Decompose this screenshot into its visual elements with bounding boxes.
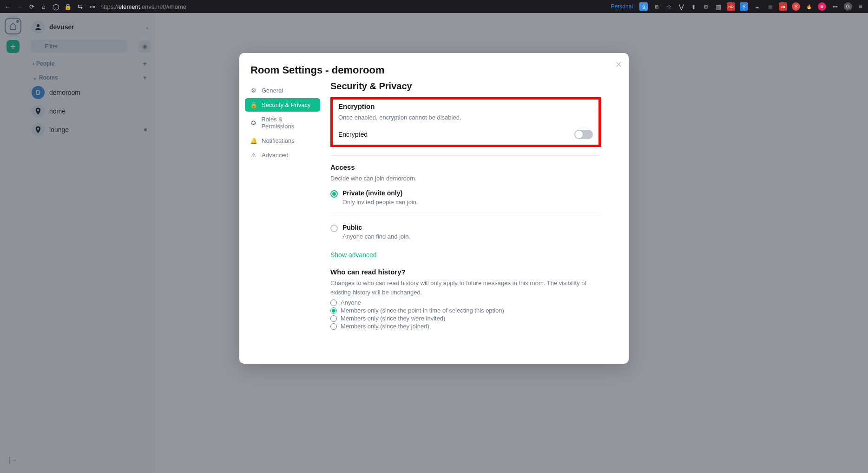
radio-icon — [330, 225, 338, 232]
nav-general[interactable]: ⚙ General — [245, 84, 320, 97]
settings-url-icon[interactable]: ⇆ — [76, 3, 84, 10]
ext-gray-icon[interactable]: G — [844, 2, 852, 11]
back-icon[interactable]: ← — [4, 3, 11, 10]
encryption-title: Encryption — [338, 102, 593, 110]
gear-icon: ⚙ — [250, 87, 257, 94]
ext-dim-icon[interactable]: ▦ — [766, 2, 774, 11]
nav-advanced[interactable]: ⚠ Advanced — [245, 148, 320, 162]
url-domain: element — [118, 3, 140, 10]
access-option-private[interactable]: Private (invite only) Only invited peopl… — [330, 188, 601, 211]
dialog-overlay[interactable]: ✕ Room Settings - demoroom ⚙ General 🔒 S… — [0, 13, 868, 473]
radio-icon — [330, 300, 337, 306]
nav-roles[interactable]: ✪ Roles & Permissions — [245, 113, 320, 133]
ext-icon-2[interactable]: ⊞ — [702, 2, 710, 11]
encryption-highlight: Encryption Once enabled, encryption cann… — [330, 97, 601, 147]
history-title: Who can read history? — [330, 268, 601, 276]
forward-icon[interactable]: → — [16, 3, 23, 10]
radio-label: Public — [342, 224, 410, 231]
encryption-desc: Once enabled, encryption cannot be disab… — [338, 113, 593, 122]
nav-label: General — [262, 87, 283, 94]
lock-icon: 🔒 — [64, 3, 72, 10]
encryption-toggle-label: Encrypted — [338, 131, 368, 138]
room-settings-dialog: ✕ Room Settings - demoroom ⚙ General 🔒 S… — [239, 53, 629, 364]
nav-label: Roles & Permissions — [261, 116, 315, 130]
radio-desc: Only invited people can join. — [342, 199, 418, 206]
encryption-toggle[interactable] — [574, 130, 593, 139]
ext-ub-icon[interactable]: uʙ — [779, 2, 787, 11]
ext-icon-grid[interactable]: ⊞ — [652, 2, 661, 11]
key-icon[interactable]: ⊶ — [88, 3, 96, 10]
radio-icon — [330, 307, 337, 314]
history-desc: Changes to who can read history will onl… — [330, 279, 601, 297]
divider — [330, 155, 601, 156]
ext-hd-icon[interactable]: HD — [727, 2, 735, 11]
radio-icon — [330, 315, 337, 322]
ext-fire-icon[interactable]: 🔥 — [805, 2, 813, 11]
dialog-title: Room Settings - demoroom — [239, 53, 629, 81]
access-option-public[interactable]: Public Anyone can find and join. — [330, 223, 601, 246]
container-label[interactable]: Personal — [611, 3, 633, 10]
pocket-icon[interactable]: ⋁ — [677, 3, 685, 10]
radio-desc: Anyone can find and join. — [342, 233, 410, 240]
lock-icon: 🔒 — [250, 101, 257, 108]
nav-security[interactable]: 🔒 Security & Privacy — [245, 98, 320, 112]
settings-nav: ⚙ General 🔒 Security & Privacy ✪ Roles &… — [239, 81, 326, 364]
reader-icon[interactable]: ▥ — [715, 3, 722, 10]
ext-red-s-icon[interactable]: S — [792, 2, 800, 11]
settings-content: Security & Privacy Encryption Once enabl… — [326, 81, 629, 364]
show-advanced-link[interactable]: Show advanced — [330, 251, 601, 259]
content-heading: Security & Privacy — [330, 81, 601, 92]
ext-cloud-icon[interactable]: ☁ — [753, 2, 761, 11]
ext-glasses-icon[interactable]: 👓 — [831, 2, 839, 11]
warning-icon: ⚠ — [250, 152, 257, 159]
radio-label: Members only (since the point in time of… — [341, 307, 504, 314]
url-bar[interactable]: https://element.envs.net/#/home — [100, 3, 186, 10]
nav-label: Security & Privacy — [262, 101, 310, 108]
home-icon[interactable]: ⌂ — [40, 3, 47, 10]
history-option-members-since-invited[interactable]: Members only (since they were invited) — [330, 314, 601, 322]
history-option-members-since-selection[interactable]: Members only (since the point in time of… — [330, 306, 601, 314]
bell-icon: 🔔 — [250, 137, 257, 144]
history-option-anyone[interactable]: Anyone — [330, 299, 601, 306]
radio-label: Private (invite only) — [342, 189, 418, 197]
url-suffix: .envs.net/#/home — [140, 3, 186, 10]
badge-icon: ✪ — [250, 120, 256, 127]
radio-label: Members only (since they were invited) — [341, 315, 445, 322]
ext-pink-icon[interactable]: ⊕ — [818, 2, 826, 11]
radio-icon — [330, 323, 337, 330]
shield-icon[interactable]: ◯ — [52, 3, 59, 10]
menu-icon[interactable]: ≡ — [857, 3, 864, 10]
nav-notifications[interactable]: 🔔 Notifications — [245, 134, 320, 147]
access-desc: Decide who can join demoroom. — [330, 174, 601, 183]
ext-icon-1[interactable]: § — [639, 2, 648, 11]
nav-label: Advanced — [262, 152, 289, 159]
access-title: Access — [330, 163, 601, 171]
radio-label: Anyone — [341, 299, 361, 306]
nav-label: Notifications — [262, 137, 295, 144]
stats-icon[interactable]: ⫼ — [690, 3, 697, 10]
reload-icon[interactable]: ⟳ — [28, 3, 35, 10]
radio-label: Members only (since they joined) — [341, 323, 429, 330]
divider — [330, 215, 601, 215]
bookmark-icon[interactable]: ☆ — [665, 3, 673, 10]
history-option-members-since-joined[interactable]: Members only (since they joined) — [330, 322, 601, 330]
url-prefix: https:// — [100, 3, 118, 10]
close-button[interactable]: ✕ — [615, 60, 622, 70]
ext-s-icon[interactable]: S — [740, 2, 748, 11]
browser-toolbar: ← → ⟳ ⌂ ◯ 🔒 ⇆ ⊶ https://element.envs.net… — [0, 0, 868, 13]
radio-icon — [330, 190, 338, 198]
